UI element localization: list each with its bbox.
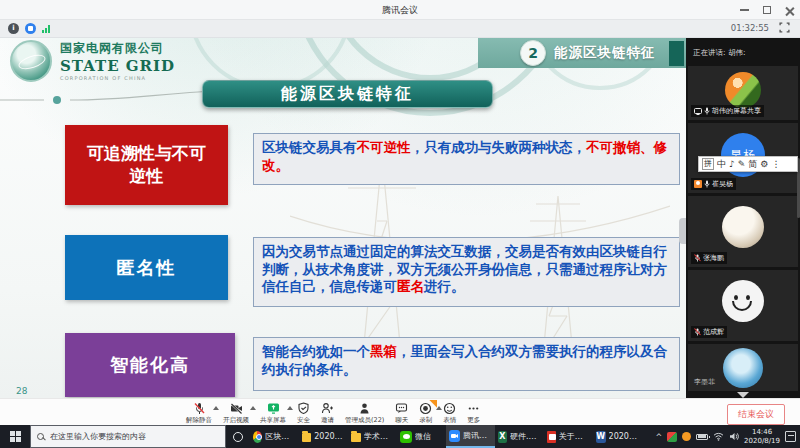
feature-heading-traceability: 可追溯性与不可逆性	[65, 125, 228, 205]
action-center-icon[interactable]	[785, 431, 796, 442]
recording-indicator-icon[interactable]	[25, 23, 36, 34]
section-title: 能源区块链特征	[554, 44, 656, 62]
security-button[interactable]: 安全	[297, 400, 310, 425]
taskbar-app-tencent-meeting[interactable]: 腾讯会议	[446, 425, 495, 448]
speaker-icon[interactable]	[729, 432, 739, 441]
microphone-muted-icon	[694, 254, 701, 262]
participants-panel: 正在讲话: 胡伟: 胡伟的屏幕共享 昊杨 崔昊杨 张海鹏 范成辉	[686, 38, 800, 398]
clock-date: 2020/8/19	[744, 437, 780, 446]
close-icon[interactable]	[785, 6, 794, 15]
text-segment-highlight: 匿名	[397, 278, 424, 294]
record-options-caret-icon[interactable]	[436, 406, 442, 410]
participant-tile[interactable]: 李墨菲	[688, 344, 798, 391]
taskbar-clock[interactable]: 14:46 2020/8/19	[744, 428, 780, 446]
feature-text-traceability: 区块链交易具有不可逆性，只有成功与失败两种状态，不可撤销、修改。	[253, 133, 680, 185]
battery-icon[interactable]	[696, 434, 708, 440]
mic-options-caret-icon[interactable]	[213, 406, 219, 410]
chat-button[interactable]: 聊天	[395, 400, 408, 425]
ime-mode-key[interactable]: 拼	[702, 158, 714, 170]
participant-tile[interactable]: 范成辉	[688, 270, 798, 341]
tencent-meeting-icon	[449, 430, 460, 442]
microphone-muted-icon	[193, 402, 206, 415]
chat-bubble-icon	[395, 402, 408, 415]
start-video-label: 开启视频	[223, 416, 249, 425]
participant-tile-screen-share[interactable]: 胡伟的屏幕共享	[688, 66, 798, 120]
ime-settings-gear-icon[interactable]: ⚙	[760, 159, 768, 169]
ime-voice-icon[interactable]: ♪	[729, 159, 735, 169]
chrome-icon	[253, 431, 262, 443]
shield-icon	[297, 402, 310, 415]
invite-button[interactable]: 邀请	[321, 400, 334, 425]
ime-simplified-mode[interactable]: 简	[748, 158, 757, 171]
logo-company-en: STATE GRID	[60, 57, 175, 75]
text-segment: 智能合约犹如一个	[262, 343, 370, 359]
unmute-button[interactable]: 解除静音	[186, 400, 212, 425]
ime-more-icon[interactable]: ⋮	[771, 159, 780, 169]
meeting-statusbar: i 01:32:55	[0, 20, 800, 38]
record-button[interactable]: 录制	[419, 400, 432, 425]
text-segment: 区块链交易具有	[262, 139, 357, 155]
tray-app-icon[interactable]	[667, 432, 677, 442]
taskbar-search-input[interactable]: 在这里输入你要搜索的内容	[30, 425, 226, 448]
participant-name: 胡伟的屏幕共享	[712, 106, 761, 116]
avatar	[722, 206, 764, 248]
cortana-icon	[233, 432, 243, 442]
ime-chinese-mode[interactable]: 中	[717, 158, 726, 171]
more-button[interactable]: 更多	[467, 400, 480, 425]
ime-toolbar[interactable]: 拼 中 ♪ ✎ 简 ⚙ ⋮	[698, 156, 798, 172]
screen-share-icon	[267, 402, 280, 415]
person-icon	[358, 402, 371, 415]
logo-company-cn: 国家电网有限公司	[60, 40, 175, 57]
manage-members-button[interactable]: 管理成员(22)	[345, 400, 384, 425]
maximize-icon[interactable]	[763, 6, 771, 14]
participant-name-badge: 张海鹏	[691, 252, 727, 264]
feature-heading-smart: 智能化高	[65, 333, 235, 397]
text-segment-highlight: 不可逆性	[357, 139, 411, 155]
participant-name: 李墨菲	[694, 377, 715, 387]
record-label: 录制	[419, 416, 432, 425]
text-segment: 进行。	[424, 278, 465, 294]
state-grid-emblem-icon	[10, 40, 52, 82]
minimize-icon[interactable]	[740, 9, 749, 11]
avatar	[725, 72, 761, 108]
participant-tile[interactable]: 张海鹏	[688, 196, 798, 267]
banner-end-square	[669, 41, 684, 66]
meeting-controlbar: 解除静音 开启视频 共享屏幕 安全 邀请 管理成员(22) 聊天	[0, 398, 800, 425]
fullscreen-icon[interactable]	[779, 22, 790, 33]
slide-title: 能源区块链特征	[202, 80, 493, 108]
taskbar-app-folder-1[interactable]: 2020081...	[299, 425, 348, 448]
taskbar-app-folder-2[interactable]: 学术讲座...	[348, 425, 397, 448]
folder-icon	[302, 433, 311, 442]
emoji-button[interactable]: 表情	[443, 400, 456, 425]
start-video-button[interactable]: 开启视频	[223, 400, 249, 425]
meeting-info-icon[interactable]: i	[8, 23, 19, 34]
share-options-caret-icon[interactable]	[287, 406, 293, 410]
app-label: 腾讯会议	[463, 430, 492, 441]
app-label: 202008...	[609, 432, 639, 441]
taskbar-app-word[interactable]: W 202008...	[593, 425, 642, 448]
speaking-now-label: 正在讲话: 胡伟:	[693, 48, 745, 58]
wechat-icon	[400, 431, 412, 443]
wifi-icon[interactable]	[713, 432, 724, 441]
taskbar-app-excel[interactable]: X 硬件.xlsx...	[495, 425, 544, 448]
taskbar-app-wechat[interactable]: 微信	[397, 425, 446, 448]
cortana-button[interactable]	[226, 425, 250, 448]
search-placeholder: 在这里输入你要搜索的内容	[50, 431, 146, 442]
participant-name: 崔昊杨	[712, 179, 733, 189]
video-options-caret-icon[interactable]	[250, 406, 256, 410]
avatar	[723, 348, 763, 388]
tray-app-orange-icon[interactable]	[682, 432, 691, 441]
host-avatar-chip-icon	[694, 180, 702, 188]
window-title: 腾讯会议	[0, 4, 800, 17]
end-meeting-button[interactable]: 结束会议	[727, 404, 785, 425]
start-button[interactable]	[0, 425, 30, 448]
taskbar-app-pdf[interactable]: 关于召开...	[544, 425, 593, 448]
participant-name: 张海鹏	[703, 253, 724, 263]
panel-collapse-handle[interactable]	[679, 218, 686, 244]
share-screen-button[interactable]: 共享屏幕	[260, 400, 286, 425]
ime-pen-icon[interactable]: ✎	[738, 159, 746, 169]
screen-share-icon	[694, 108, 702, 115]
taskbar-app-chrome[interactable]: 区块链（...	[250, 425, 299, 448]
excel-icon: X	[498, 431, 507, 443]
tray-expand-chevron-icon[interactable]: ^	[655, 433, 662, 442]
